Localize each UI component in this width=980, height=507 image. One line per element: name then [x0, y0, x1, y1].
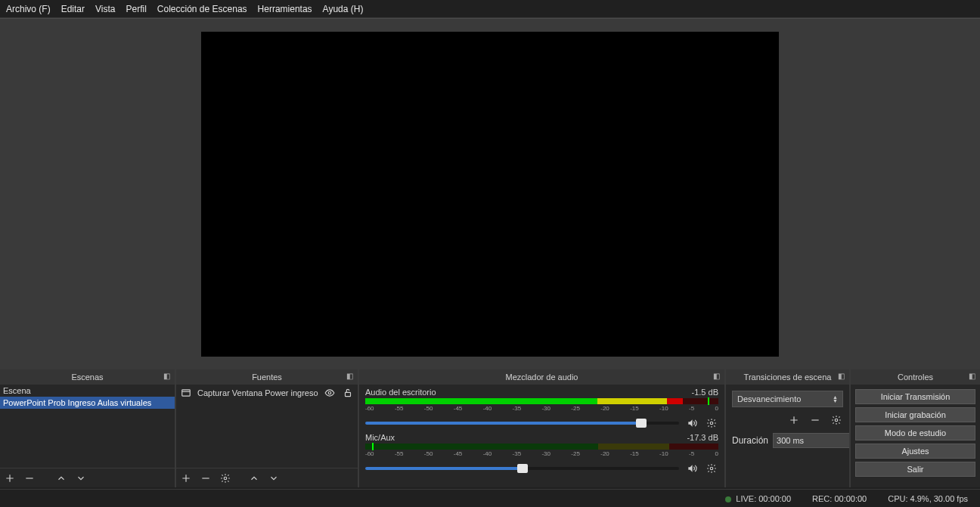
dock-controls-title: Controles [898, 373, 933, 382]
dock-sources-title: Fuentes [252, 373, 282, 382]
sources-list[interactable]: Capturar Ventana Power ingreso aulas [176, 385, 358, 468]
menu-bar: Archivo (F) Editar Vista Perfil Colecció… [0, 0, 980, 18]
dock-mixer-header[interactable]: Mezclador de audio ◧ [359, 369, 724, 385]
popout-icon[interactable]: ◧ [838, 372, 845, 380]
svg-point-5 [710, 467, 713, 470]
duration-label: Duración [732, 435, 768, 446]
mixer-body: Audio del escritorio -1.5 dB -60-55-50-4… [359, 385, 724, 487]
dock-scenes-title: Escenas [71, 373, 103, 382]
visibility-icon[interactable] [323, 386, 336, 400]
controls-body: Iniciar Transmisión Iniciar grabación Mo… [851, 385, 980, 487]
mute-icon[interactable] [685, 416, 699, 430]
mixer-meter [365, 444, 718, 450]
gear-icon[interactable] [705, 416, 718, 430]
move-source-up-button[interactable] [247, 471, 261, 485]
scene-item[interactable]: Escena [0, 385, 175, 397]
add-source-button[interactable] [179, 471, 193, 485]
menu-file[interactable]: Archivo (F) [6, 4, 51, 14]
scenes-toolbar [0, 468, 175, 487]
menu-help[interactable]: Ayuda (H) [323, 4, 364, 14]
settings-button[interactable]: Ajustes [855, 444, 975, 459]
sources-toolbar [176, 468, 358, 487]
dock-transitions-header[interactable]: Transiciones de escena ◧ [726, 369, 849, 385]
popout-icon[interactable]: ◧ [969, 372, 975, 380]
remove-scene-button[interactable] [23, 471, 36, 485]
svg-point-4 [710, 422, 713, 425]
exit-button[interactable]: Salir [855, 462, 975, 477]
volume-slider[interactable] [365, 467, 679, 470]
mixer-channel-db: -17.3 dB [687, 433, 718, 442]
mixer-channel: Audio del escritorio -1.5 dB -60-55-50-4… [359, 385, 724, 430]
popout-icon[interactable]: ◧ [713, 372, 720, 380]
dock-row: Escenas ◧ Escena PowerPoint Prob Ingreso… [0, 369, 980, 487]
status-live: LIVE: 00:00:00 [725, 494, 791, 503]
move-scene-up-button[interactable] [54, 471, 68, 485]
menu-scenes[interactable]: Colección de Escenas [157, 4, 247, 14]
menu-tools[interactable]: Herramientas [258, 4, 312, 14]
dock-scenes-header[interactable]: Escenas ◧ [0, 369, 175, 385]
popout-icon[interactable]: ◧ [346, 372, 353, 380]
transition-selected: Desvanecimiento [737, 394, 801, 403]
menu-profile[interactable]: Perfil [126, 4, 147, 14]
start-record-button[interactable]: Iniciar grabación [855, 407, 975, 422]
window-icon [179, 386, 193, 400]
dock-transitions: Transiciones de escena ◧ Desvanecimiento… [726, 369, 851, 487]
dock-scenes: Escenas ◧ Escena PowerPoint Prob Ingreso… [0, 369, 176, 487]
preview-area [0, 18, 980, 369]
dock-controls-header[interactable]: Controles ◧ [851, 369, 980, 385]
mixer-meter [365, 398, 718, 404]
add-scene-button[interactable] [3, 471, 17, 485]
scene-item[interactable]: PowerPoint Prob Ingreso Aulas virtuales [0, 397, 175, 409]
transition-settings-button[interactable] [830, 413, 843, 427]
mixer-ticks: -60-55-50-45-40-35-30-25-20-15-10-50 [365, 405, 718, 412]
dock-sources: Fuentes ◧ Capturar Ventana Power ingreso… [176, 369, 359, 487]
dock-transitions-title: Transiciones de escena [744, 373, 832, 382]
source-item[interactable]: Capturar Ventana Power ingreso aulas [176, 385, 358, 401]
svg-point-6 [835, 419, 838, 422]
add-transition-button[interactable] [787, 413, 801, 427]
source-properties-button[interactable] [219, 471, 232, 485]
status-bar: LIVE: 00:00:00 REC: 00:00:00 CPU: 4.9%, … [0, 489, 980, 507]
gear-icon[interactable] [705, 462, 718, 475]
dock-mixer: Mezclador de audio ◧ Audio del escritori… [359, 369, 726, 487]
transition-select[interactable]: Desvanecimiento ▲▼ [732, 391, 843, 407]
mixer-channel-db: -1.5 dB [692, 388, 718, 397]
mixer-ticks: -60-55-50-45-40-35-30-25-20-15-10-50 [365, 450, 718, 457]
menu-view[interactable]: Vista [95, 4, 115, 14]
svg-rect-2 [346, 392, 351, 396]
duration-input[interactable] [773, 433, 849, 448]
popout-icon[interactable]: ◧ [163, 372, 170, 380]
remove-transition-button[interactable] [808, 413, 822, 427]
status-cpu: CPU: 4.9%, 30.00 fps [888, 494, 968, 503]
volume-slider[interactable] [365, 422, 679, 425]
dock-sources-header[interactable]: Fuentes ◧ [176, 369, 358, 385]
lock-icon[interactable] [341, 386, 355, 400]
dock-controls: Controles ◧ Iniciar Transmisión Iniciar … [851, 369, 980, 487]
start-stream-button[interactable]: Iniciar Transmisión [855, 389, 975, 404]
scenes-list[interactable]: Escena PowerPoint Prob Ingreso Aulas vir… [0, 385, 175, 468]
studio-mode-button[interactable]: Modo de estudio [855, 425, 975, 441]
mute-icon[interactable] [685, 462, 699, 475]
svg-point-3 [224, 477, 227, 480]
status-rec: REC: 00:00:00 [812, 494, 867, 503]
mixer-channel-name: Audio del escritorio [365, 388, 436, 397]
transitions-body: Desvanecimiento ▲▼ Duración ▲▼ [726, 385, 849, 487]
move-scene-down-button[interactable] [74, 471, 88, 485]
move-source-down-button[interactable] [267, 471, 281, 485]
menu-edit[interactable]: Editar [61, 4, 85, 14]
chevron-updown-icon: ▲▼ [833, 395, 838, 403]
preview-canvas[interactable] [201, 32, 779, 357]
mixer-channel-name: Mic/Aux [365, 433, 395, 442]
dock-mixer-title: Mezclador de audio [505, 373, 578, 382]
svg-rect-0 [182, 390, 191, 396]
source-item-label: Capturar Ventana Power ingreso aulas [197, 388, 318, 397]
svg-point-1 [328, 391, 331, 394]
remove-source-button[interactable] [199, 471, 212, 485]
mixer-channel: Mic/Aux -17.3 dB -60-55-50-45-40-35-30-2… [359, 430, 724, 475]
